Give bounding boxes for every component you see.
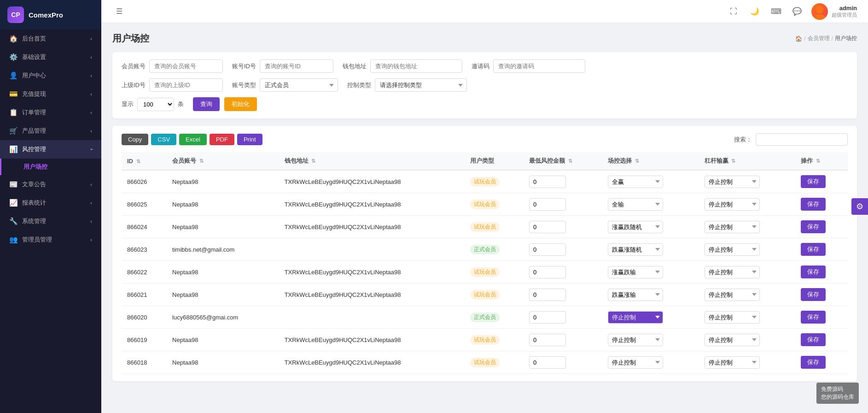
cell-action: 保存: [795, 351, 848, 374]
sort-lever-icon[interactable]: ⇅: [731, 158, 735, 164]
account-type-select[interactable]: 正式会员 试玩会员 全部: [260, 78, 338, 92]
table-body: 866026 Neptaa98 TXRkWcLeBEuygd9HUQC2X1vL…: [122, 170, 848, 374]
sort-venue-icon[interactable]: ⇅: [635, 158, 639, 164]
breadcrumb-home-icon[interactable]: 🏠: [795, 35, 802, 42]
venue-control-select[interactable]: 全赢全输涨赢跌随机跌赢涨随机涨赢跌输跌赢涨输停止控制: [608, 198, 663, 211]
member-account-input[interactable]: [149, 59, 223, 73]
invite-code-input[interactable]: [493, 59, 585, 73]
sidebar-item-user-center[interactable]: 👤 用户中心 ‹: [0, 66, 101, 85]
reset-button[interactable]: 初始化: [224, 97, 257, 111]
row-save-button[interactable]: 保存: [801, 198, 826, 211]
min-amount-input[interactable]: [529, 198, 566, 211]
sidebar-item-orders[interactable]: 📋 订单管理 ‹: [0, 103, 101, 122]
row-save-button[interactable]: 保存: [801, 288, 826, 301]
cell-min-amount: [524, 170, 602, 193]
username-label: admin: [832, 5, 857, 12]
lever-control-select[interactable]: 停止控制全赢全输涨赢跌随机跌赢涨随机: [705, 266, 760, 278]
search-label: 搜索：: [734, 136, 752, 144]
min-amount-input[interactable]: [529, 311, 566, 324]
print-button[interactable]: Print: [237, 134, 262, 145]
venue-control-select[interactable]: 全赢全输涨赢跌随机跌赢涨随机涨赢跌输跌赢涨输停止控制: [608, 356, 663, 369]
copy-button[interactable]: Copy: [122, 134, 148, 145]
venue-control-select[interactable]: 全赢全输涨赢跌随机跌赢涨随机涨赢跌输跌赢涨输停止控制: [608, 176, 663, 188]
min-amount-input[interactable]: [529, 243, 566, 256]
superior-id-input[interactable]: [149, 78, 223, 92]
sort-account-icon[interactable]: ⇅: [199, 158, 204, 164]
min-amount-input[interactable]: [529, 176, 566, 188]
cell-id: 866026: [122, 170, 167, 193]
sort-wallet-icon[interactable]: ⇅: [311, 158, 315, 164]
filter-card: 会员账号 账号ID号 钱包地址 邀请码 上级I: [112, 52, 857, 118]
row-save-button[interactable]: 保存: [801, 311, 826, 324]
row-save-button[interactable]: 保存: [801, 243, 826, 256]
sort-amount-icon[interactable]: ⇅: [568, 158, 572, 164]
row-save-button[interactable]: 保存: [801, 220, 826, 233]
sidebar-item-recharge[interactable]: 💳 充值提现 ‹: [0, 85, 101, 103]
venue-control-select[interactable]: 全赢全输涨赢跌随机跌赢涨随机涨赢跌输跌赢涨输停止控制: [608, 243, 663, 256]
lever-control-select[interactable]: 停止控制全赢全输涨赢跌随机跌赢涨随机: [705, 221, 760, 233]
table-row: 866018 Neptaa98 TXRkWcLeBEuygd9HUQC2X1vL…: [122, 351, 848, 374]
articles-icon: 📰: [9, 180, 17, 189]
dark-mode-icon[interactable]: 🌙: [748, 5, 762, 18]
min-amount-input[interactable]: [529, 266, 566, 278]
sort-id-icon[interactable]: ⇅: [136, 159, 140, 164]
float-settings-button[interactable]: ⚙: [851, 198, 868, 215]
sidebar-item-admin-mgmt[interactable]: 👥 管理员管理 ‹: [0, 230, 101, 249]
venue-control-select[interactable]: 全赢全输涨赢跌随机跌赢涨随机涨赢跌输跌赢涨输停止控制: [608, 289, 663, 301]
min-amount-input[interactable]: [529, 356, 566, 369]
venue-control-select[interactable]: 全赢全输涨赢跌随机跌赢涨随机涨赢跌输跌赢涨输停止控制: [608, 311, 663, 324]
breadcrumb-parent[interactable]: 会员管理: [808, 35, 830, 42]
lever-control-select[interactable]: 停止控制全赢全输涨赢跌随机跌赢涨随机: [705, 198, 760, 211]
fullscreen-icon[interactable]: ⛶: [727, 5, 740, 18]
sidebar-item-products[interactable]: 🛒 产品管理 ‹: [0, 122, 101, 140]
lever-control-select[interactable]: 停止控制全赢全输涨赢跌随机跌赢涨随机: [705, 176, 760, 188]
chevron-right-icon-user: ‹: [90, 73, 92, 78]
sidebar-item-reports[interactable]: 📈 报表统计 ‹: [0, 194, 101, 212]
row-save-button[interactable]: 保存: [801, 333, 826, 346]
sidebar-item-user-control[interactable]: 用户场控: [0, 159, 101, 175]
row-save-button[interactable]: 保存: [801, 266, 826, 278]
venue-control-select[interactable]: 全赢全输涨赢跌随机跌赢涨随机涨赢跌输跌赢涨输停止控制: [608, 266, 663, 278]
sidebar-item-system[interactable]: 🔧 系统管理 ‹: [0, 212, 101, 230]
wallet-address-input[interactable]: [370, 59, 462, 73]
col-id: ID ⇅: [122, 152, 167, 170]
min-amount-input[interactable]: [529, 334, 566, 346]
cell-lever-control: 停止控制全赢全输涨赢跌随机跌赢涨随机: [699, 170, 796, 193]
cell-action: 保存: [795, 329, 848, 351]
lever-control-select[interactable]: 停止控制全赢全输涨赢跌随机跌赢涨随机: [705, 356, 760, 369]
main-wrapper: ☰ ⛶ 🌙 ⌨ 💬 admin 超级管理员 用户场控 🏠: [101, 0, 868, 413]
lever-control-select[interactable]: 停止控制全赢全输涨赢跌随机跌赢涨随机: [705, 243, 760, 256]
row-save-button[interactable]: 保存: [801, 356, 826, 369]
sort-action-icon[interactable]: ⇅: [816, 158, 820, 164]
sidebar-item-dashboard[interactable]: 🏠 后台首页 ‹: [0, 30, 101, 48]
min-amount-input[interactable]: [529, 221, 566, 233]
account-id-input[interactable]: [260, 59, 333, 73]
search-button[interactable]: 查询: [193, 97, 220, 111]
lever-control-select[interactable]: 停止控制全赢全输涨赢跌随机跌赢涨随机: [705, 311, 760, 324]
screenshot-icon[interactable]: ⌨: [769, 5, 783, 18]
display-select[interactable]: 10 25 50 100 200: [137, 98, 174, 111]
sidebar-label-articles: 文章公告: [22, 180, 46, 189]
sidebar-item-risk-control[interactable]: 📊 风控管理 ‹: [0, 140, 101, 159]
venue-control-select[interactable]: 全赢全输涨赢跌随机跌赢涨随机涨赢跌输跌赢涨输停止控制: [608, 221, 663, 233]
sidebar-item-settings[interactable]: ⚙️ 基础设置 ‹: [0, 48, 101, 66]
min-amount-input[interactable]: [529, 289, 566, 301]
cell-type: 试玩会员: [465, 283, 524, 306]
sidebar-item-articles[interactable]: 📰 文章公告 ‹: [0, 175, 101, 194]
row-save-button[interactable]: 保存: [801, 175, 826, 188]
lever-control-select[interactable]: 停止控制全赢全输涨赢跌随机跌赢涨随机: [705, 334, 760, 346]
search-input[interactable]: [756, 133, 848, 146]
venue-control-select[interactable]: 全赢全输涨赢跌随机跌赢涨随机涨赢跌输跌赢涨输停止控制: [608, 334, 663, 346]
excel-button[interactable]: Excel: [179, 134, 207, 145]
lever-control-select[interactable]: 停止控制全赢全输涨赢跌随机跌赢涨随机: [705, 289, 760, 301]
csv-button[interactable]: CSV: [151, 134, 176, 145]
menu-toggle-button[interactable]: ☰: [112, 5, 126, 18]
cell-venue-control: 全赢全输涨赢跌随机跌赢涨随机涨赢跌输跌赢涨输停止控制: [602, 329, 699, 351]
pdf-button[interactable]: PDF: [210, 134, 234, 145]
control-type-select[interactable]: 请选择控制类型 全赢 全输 涨赢跌随机 跌赢涨随机 涨赢跌输 跌赢涨输 停止控制: [375, 78, 467, 92]
main-content: 用户场控 🏠 / 会员管理 / 用户场控 会员账号 账号ID号: [101, 23, 868, 413]
user-menu[interactable]: admin 超级管理员: [811, 3, 857, 20]
watermark-line1: 免费源码: [821, 385, 854, 393]
notification-icon[interactable]: 💬: [790, 5, 804, 18]
table-row: 866024 Neptaa98 TXRkWcLeBEuygd9HUQC2X1vL…: [122, 216, 848, 238]
